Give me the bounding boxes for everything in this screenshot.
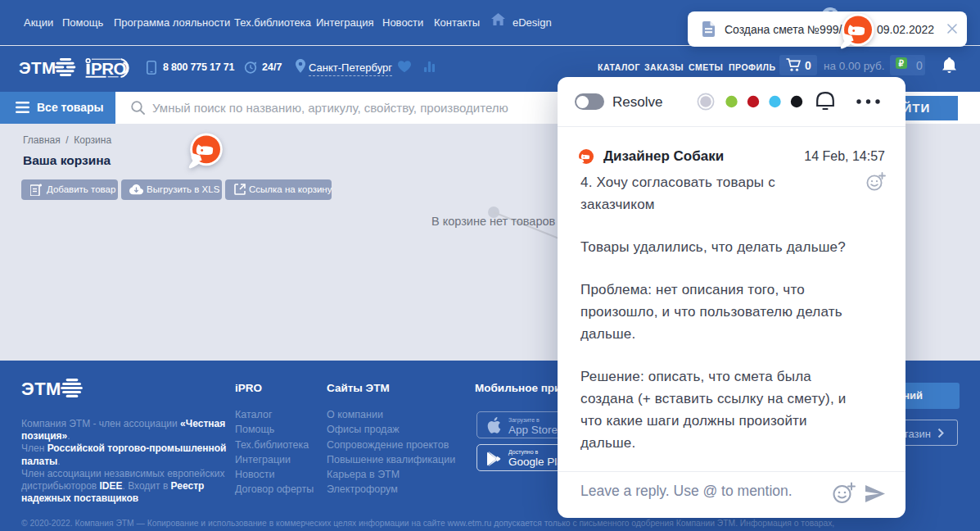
svg-text:PRO: PRO bbox=[91, 59, 126, 78]
